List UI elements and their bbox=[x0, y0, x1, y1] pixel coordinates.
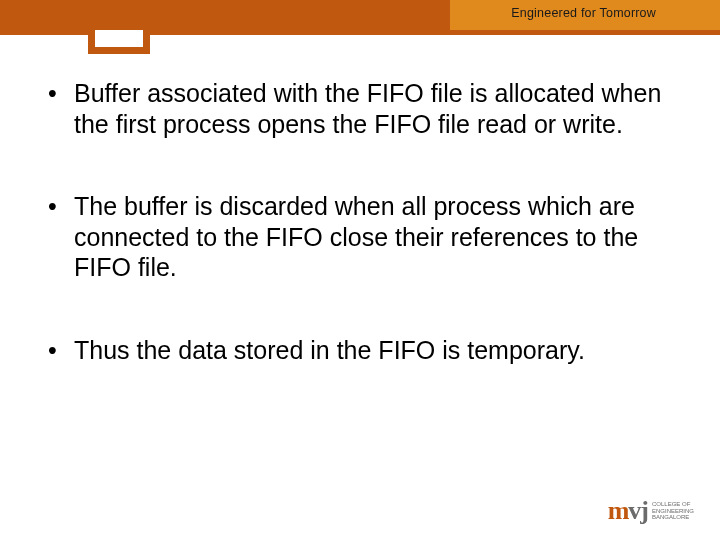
logo-line3: BANGALORE bbox=[652, 514, 694, 521]
logo-line1: COLLEGE OF bbox=[652, 501, 694, 508]
list-item: Buffer associated with the FIFO file is … bbox=[44, 78, 680, 139]
logo-suffix: vj bbox=[628, 496, 648, 526]
header-accent bbox=[0, 0, 450, 30]
footer-logo: mvj COLLEGE OF ENGINEERING BANGALORE bbox=[608, 496, 694, 526]
logo-subtext: COLLEGE OF ENGINEERING BANGALORE bbox=[652, 501, 694, 521]
logo-line2: ENGINEERING bbox=[652, 508, 694, 515]
slide-content: Buffer associated with the FIFO file is … bbox=[44, 78, 680, 417]
header-notch-icon bbox=[88, 30, 150, 54]
header-bar: Engineered for Tomorrow bbox=[0, 0, 720, 30]
list-item: The buffer is discarded when all process… bbox=[44, 191, 680, 283]
logo-prefix: m bbox=[608, 496, 629, 526]
header-tagline: Engineered for Tomorrow bbox=[511, 6, 656, 20]
list-item: Thus the data stored in the FIFO is temp… bbox=[44, 335, 680, 366]
bullet-list: Buffer associated with the FIFO file is … bbox=[44, 78, 680, 365]
